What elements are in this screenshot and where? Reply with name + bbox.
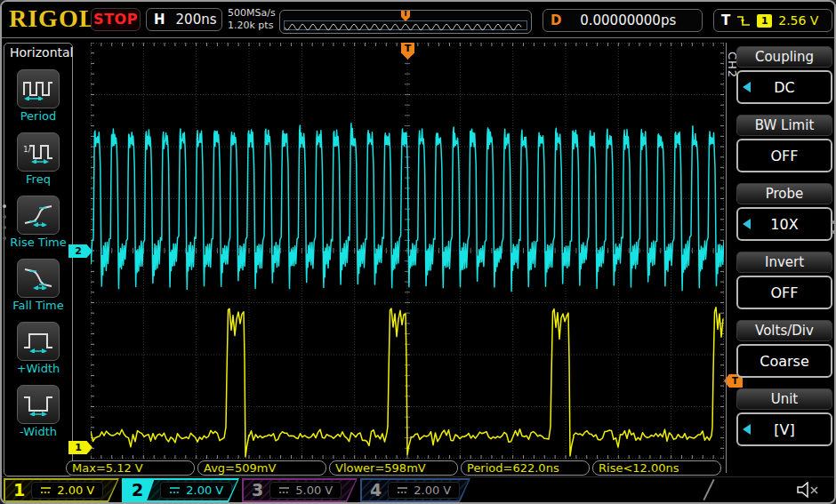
memory-depth: 1.20k pts — [228, 20, 276, 32]
menu-volts-div[interactable]: Volts/Div Coarse — [736, 320, 832, 378]
ch2-ground-marker[interactable]: 2 — [68, 244, 92, 258]
channel-4-tag[interactable]: 4 2.00 V — [360, 478, 470, 502]
freq-icon: 1/ — [22, 140, 54, 164]
measurement-vlower: Vlower=598mV — [329, 460, 458, 476]
waveform-display — [91, 43, 724, 459]
horizontal-measure-menu: Horizontal Period 1/ Freq — [4, 43, 73, 476]
menu-item-plus-width[interactable]: +Width — [4, 322, 72, 375]
dc-coupling-icon — [40, 486, 52, 494]
measurement-rise: Rise<12.00ns — [592, 460, 721, 476]
menu-item-freq[interactable]: 1/ Freq — [4, 132, 72, 186]
fall-time-icon — [22, 267, 54, 290]
speaker-muted-icon[interactable] — [796, 482, 821, 499]
left-arrow-icon — [743, 82, 751, 92]
dc-coupling-icon — [278, 486, 290, 494]
menu-unit[interactable]: Unit [V] — [736, 388, 832, 446]
channel-4-scale-box: 2.00 V — [388, 482, 460, 499]
channel-2-number: 2 — [124, 480, 154, 500]
trigger-box[interactable]: T 1 2.56 V — [713, 9, 832, 32]
dc-coupling-icon — [169, 486, 181, 494]
measurement-period: Period=622.0ns — [461, 460, 590, 476]
svg-text:1/: 1/ — [23, 145, 32, 154]
dc-coupling-icon — [397, 486, 408, 494]
waveform-memory-preview[interactable]: T — [279, 10, 532, 34]
menu-item-period[interactable]: Period — [4, 69, 72, 123]
minus-width-icon — [22, 393, 54, 416]
menu-coupling[interactable]: Coupling DC — [736, 46, 832, 104]
trigger-level-value: 2.56 V — [778, 13, 818, 28]
channel-1-number: 1 — [13, 480, 25, 500]
ch1-ground-marker[interactable]: 1 — [68, 441, 92, 454]
channel-2-scale-box: 2.00 V — [160, 482, 232, 499]
channel-bar-divider — [2, 476, 834, 477]
menu-item-rise-time[interactable]: Rise Time — [4, 196, 72, 249]
delay-value: 0.00000000ps — [561, 12, 695, 28]
channel-2-tag[interactable]: 2 2.00 V — [122, 478, 239, 502]
horizontal-label: H — [154, 12, 165, 28]
menu-bw-limit[interactable]: BW Limit OFF — [736, 115, 832, 172]
trigger-label: T — [721, 12, 730, 28]
rise-time-icon — [22, 204, 54, 227]
channel-3-scale-box: 5.00 V — [269, 482, 342, 499]
menu-item-minus-width[interactable]: -Width — [4, 385, 72, 438]
measurement-max: Max=5.12 V — [66, 460, 195, 476]
sample-rate-info: 500MSa/s 1.20k pts — [228, 7, 276, 32]
falling-edge-icon — [736, 14, 751, 28]
menu-invert[interactable]: Invert OFF — [736, 252, 832, 309]
right-menu-page-dots — [832, 220, 835, 234]
menu-item-fall-time[interactable]: Fall Time — [4, 259, 72, 312]
channel-3-number: 3 — [252, 480, 263, 500]
timebase-box[interactable]: H 200ns — [146, 8, 222, 31]
menu-divider — [726, 43, 727, 473]
waveforms — [91, 43, 724, 459]
measurement-avg: Avg=509mV — [197, 460, 326, 476]
plus-width-icon — [22, 330, 54, 353]
menu-probe[interactable]: Probe 10X — [736, 183, 832, 241]
trigger-source-badge: 1 — [757, 14, 772, 28]
channel-1-scale-box: 2.00 V — [31, 482, 103, 499]
channel-4-number: 4 — [370, 480, 382, 500]
run-state-indicator[interactable]: STOP — [91, 8, 141, 31]
channel-1-tag[interactable]: 1 2.00 V — [4, 478, 119, 502]
delay-label: D — [551, 12, 561, 28]
menu-page-dots — [3, 204, 6, 240]
oscilloscope-screen: RIGOL STOP H 200ns 500MSa/s 1.20k pts T … — [0, 0, 836, 504]
top-status-bar: RIGOL STOP H 200ns 500MSa/s 1.20k pts T … — [2, 2, 834, 38]
channel-3-tag[interactable]: 3 5.00 V — [242, 478, 358, 502]
left-arrow-icon — [743, 219, 751, 229]
channel-bar-separator — [703, 479, 714, 500]
left-menu-title: Horizontal — [4, 44, 72, 60]
period-icon — [22, 77, 54, 100]
left-arrow-icon — [743, 424, 751, 435]
sample-rate: 500MSa/s — [228, 7, 276, 20]
rigol-logo: RIGOL — [9, 4, 96, 33]
delay-box[interactable]: D 0.00000000ps — [543, 9, 703, 32]
preview-waveform — [285, 22, 528, 32]
timebase-value: 200ns — [176, 12, 217, 28]
